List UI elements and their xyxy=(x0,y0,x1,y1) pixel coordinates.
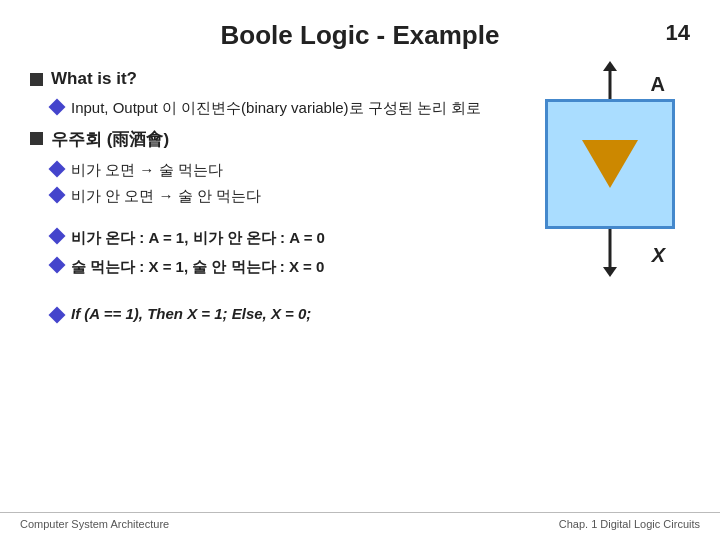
content-area: What is it? Input, Output 이 이진변수(binary … xyxy=(30,69,690,322)
diamond-icon-2 xyxy=(49,160,66,177)
bold-bullet1: 비가 온다 : A = 1, 비가 안 온다 : A = 0 xyxy=(51,226,520,250)
if-bullet: If (A == 1), Then X = 1; Else, X = 0; xyxy=(51,305,520,322)
bullet1-sub1: Input, Output 이 이진변수(binary variable)로 구… xyxy=(51,97,520,120)
header: Boole Logic - Example 14 xyxy=(30,20,690,51)
arrow-bottom xyxy=(609,229,612,267)
bullet2-subs: 비가 오면 → 술 먹는다 비가 안 오면 → 술 안 먹는다 xyxy=(51,159,520,208)
bullet2-sub1-text: 비가 오면 → 술 먹는다 xyxy=(71,159,223,182)
bullet2-sub2: 비가 안 오면 → 술 안 먹는다 xyxy=(51,185,520,208)
triangle-down-icon xyxy=(582,140,638,188)
bold-bullet1-text: 비가 온다 : A = 1, 비가 안 온다 : A = 0 xyxy=(71,226,325,250)
bullet2-sub1: 비가 오면 → 술 먹는다 xyxy=(51,159,520,182)
diamond-icon-3 xyxy=(49,187,66,204)
diagram-label-x: X xyxy=(652,244,665,267)
slide: Boole Logic - Example 14 What is it? Inp… xyxy=(0,0,720,540)
page-number: 14 xyxy=(666,20,690,46)
bullet1-subs: Input, Output 이 이진변수(binary variable)로 구… xyxy=(51,97,520,120)
if-stmt-text: If (A == 1), Then X = 1; Else, X = 0; xyxy=(71,305,311,322)
bold-bullet2-text: 술 먹는다 : X = 1, 술 안 먹는다 : X = 0 xyxy=(71,255,324,279)
diamond-icon-5 xyxy=(49,256,66,273)
text-column: What is it? Input, Output 이 이진변수(binary … xyxy=(30,69,520,322)
bullet1-square-icon xyxy=(30,73,43,86)
diagram-wrapper: A X xyxy=(545,99,675,229)
bullet1-label: What is it? xyxy=(51,69,137,89)
footer-left: Computer System Architecture xyxy=(20,518,169,530)
diagram-label-a: A xyxy=(651,73,665,96)
arrow-head-bottom-icon xyxy=(603,267,617,277)
arrow-top xyxy=(609,71,612,99)
diamond-icon-1 xyxy=(49,99,66,116)
bullet2: 우주회 (雨酒會) xyxy=(30,128,520,151)
diamond-icon-6 xyxy=(49,306,66,323)
diagram-column: A X xyxy=(530,69,690,322)
bullet1: What is it? xyxy=(30,69,520,89)
bullet1-sub1-text: Input, Output 이 이진변수(binary variable)로 구… xyxy=(71,97,481,120)
if-bullet-row: If (A == 1), Then X = 1; Else, X = 0; xyxy=(51,305,520,322)
bold-bullet2: 술 먹는다 : X = 1, 술 안 먹는다 : X = 0 xyxy=(51,255,520,279)
arrow-head-top-icon xyxy=(603,61,617,71)
footer-right: Chap. 1 Digital Logic Circuits xyxy=(559,518,700,530)
bullet2-sub2-text: 비가 안 오면 → 술 안 먹는다 xyxy=(71,185,261,208)
diagram-box xyxy=(545,99,675,229)
slide-title: Boole Logic - Example xyxy=(221,20,500,51)
bullet2-square-icon xyxy=(30,132,43,145)
footer: Computer System Architecture Chap. 1 Dig… xyxy=(0,512,720,530)
diamond-icon-4 xyxy=(49,227,66,244)
bullet2-label: 우주회 (雨酒會) xyxy=(51,128,169,151)
bold-bullets: 비가 온다 : A = 1, 비가 안 온다 : A = 0 술 먹는다 : X… xyxy=(51,226,520,279)
